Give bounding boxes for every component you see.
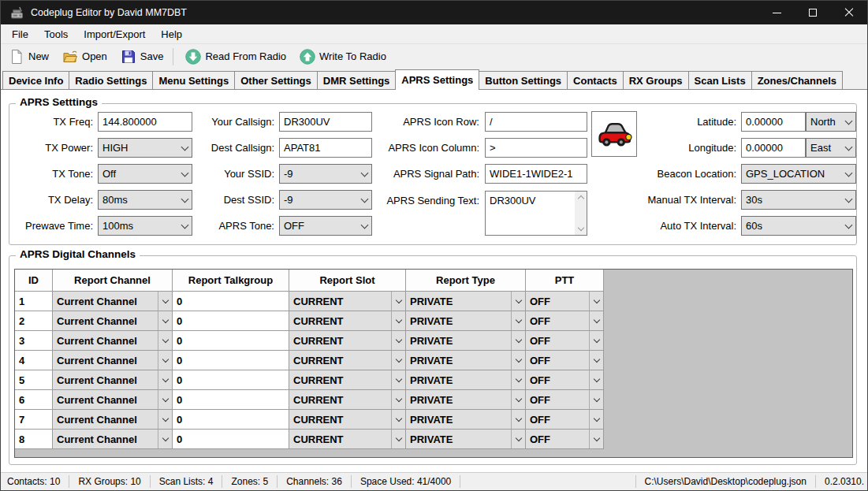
longitude-hemisphere-select[interactable]: East <box>806 138 856 158</box>
aprs-signal-path-input[interactable]: WIDE1-1WIDE2-1 <box>485 164 587 184</box>
tab-other-settings[interactable]: Other Settings <box>234 71 318 89</box>
report-channel-select[interactable]: Current Channel <box>53 410 172 429</box>
ptt-select[interactable]: OFF <box>526 410 603 429</box>
tab-aprs-settings[interactable]: APRS Settings <box>395 69 479 90</box>
aprs-digital-channels-group: APRS Digital Channels ID Report Channel … <box>9 255 857 465</box>
tab-strip: Device Info Radio Settings Menu Settings… <box>1 69 867 89</box>
chevron-down-icon <box>178 139 192 157</box>
report-type-select[interactable]: PRIVATE <box>406 331 525 350</box>
tx-tone-select[interactable]: Off <box>98 164 192 184</box>
ptt-select[interactable]: OFF <box>526 370 603 389</box>
report-channel-select[interactable]: Current Channel <box>53 430 172 448</box>
menu-tools[interactable]: Tools <box>36 24 76 43</box>
longitude-input[interactable]: 0.00000 <box>741 138 806 158</box>
tab-scan-lists[interactable]: Scan Lists <box>688 71 752 89</box>
report-talkgroup-cell[interactable]: 0 <box>173 370 289 390</box>
read-from-radio-button[interactable]: Read From Radio <box>180 46 292 67</box>
open-button[interactable]: Open <box>57 46 113 67</box>
close-button[interactable] <box>831 1 867 24</box>
beacon-location-select[interactable]: GPS_LOCATION <box>741 164 856 184</box>
aprs-icon-row-input[interactable]: / <box>485 112 587 132</box>
aprs-icon-column-input[interactable]: > <box>485 138 587 158</box>
chevron-down-icon <box>158 292 172 311</box>
tab-rx-groups[interactable]: RX Groups <box>623 71 689 89</box>
manual-tx-interval-select[interactable]: 30s <box>741 190 856 210</box>
dest-ssid-select[interactable]: -9 <box>279 190 372 210</box>
status-file-path: C:\Users\David\Desktop\codeplug.json <box>635 475 816 488</box>
tab-button-settings[interactable]: Button Settings <box>479 71 568 89</box>
report-talkgroup-cell[interactable]: 0 <box>173 410 289 430</box>
chevron-down-icon <box>178 217 192 235</box>
report-talkgroup-cell[interactable]: 0 <box>173 292 289 311</box>
chevron-down-icon <box>158 331 172 350</box>
report-type-select[interactable]: PRIVATE <box>406 311 525 330</box>
table-row: 5 Current Channel 0 CURRENT PRIVATE OFF <box>15 370 604 390</box>
dest-callsign-input[interactable]: APAT81 <box>279 138 372 158</box>
minimize-button[interactable] <box>758 1 795 24</box>
maximize-button[interactable] <box>795 1 831 24</box>
write-to-radio-button[interactable]: Write To Radio <box>294 46 392 67</box>
report-channel-select[interactable]: Current Channel <box>53 390 172 409</box>
tab-radio-settings[interactable]: Radio Settings <box>69 71 153 89</box>
your-ssid-select[interactable]: -9 <box>279 164 372 184</box>
report-slot-select[interactable]: CURRENT <box>289 410 405 429</box>
ptt-select[interactable]: OFF <box>526 331 603 350</box>
new-button[interactable]: New <box>3 46 54 67</box>
menu-import-export[interactable]: Import/Export <box>76 24 153 43</box>
aprs-tone-select[interactable]: OFF <box>279 216 372 236</box>
report-slot-select[interactable]: CURRENT <box>289 351 405 370</box>
ptt-select[interactable]: OFF <box>526 311 603 330</box>
chevron-down-icon <box>178 191 192 209</box>
report-channel-select[interactable]: Current Channel <box>53 292 172 311</box>
tab-dmr-settings[interactable]: DMR Settings <box>317 71 397 89</box>
report-slot-select[interactable]: CURRENT <box>289 292 405 311</box>
menu-help[interactable]: Help <box>153 24 190 43</box>
menu-file[interactable]: File <box>4 24 36 43</box>
report-channel-select[interactable]: Current Channel <box>53 331 172 350</box>
tab-device-info[interactable]: Device Info <box>2 71 69 89</box>
your-callsign-input[interactable]: DR300UV <box>279 112 372 132</box>
chevron-down-icon <box>511 292 525 311</box>
report-talkgroup-cell[interactable]: 0 <box>173 390 289 410</box>
report-type-select[interactable]: PRIVATE <box>406 390 525 409</box>
tx-delay-select[interactable]: 80ms <box>98 190 192 210</box>
report-talkgroup-cell[interactable]: 0 <box>173 430 289 449</box>
report-type-select[interactable]: PRIVATE <box>406 292 525 311</box>
prewave-time-select[interactable]: 100ms <box>98 216 192 236</box>
latitude-input[interactable]: 0.00000 <box>741 112 806 132</box>
ptt-select[interactable]: OFF <box>526 430 603 448</box>
menu-bar: File Tools Import/Export Help <box>1 24 867 44</box>
report-type-select[interactable]: PRIVATE <box>406 351 525 370</box>
latitude-hemisphere-select[interactable]: North <box>806 112 856 132</box>
report-slot-select[interactable]: CURRENT <box>289 390 405 409</box>
ptt-select[interactable]: OFF <box>526 292 603 311</box>
auto-tx-interval-select[interactable]: 60s <box>741 216 856 236</box>
ptt-select[interactable]: OFF <box>526 351 603 370</box>
header-report-talkgroup: Report Talkgroup <box>173 270 289 292</box>
report-talkgroup-cell[interactable]: 0 <box>173 351 289 370</box>
report-slot-select[interactable]: CURRENT <box>289 370 405 389</box>
report-talkgroup-cell[interactable]: 0 <box>173 311 289 331</box>
window-title: Codeplug Editor by David MM7DBT <box>31 7 187 18</box>
report-channel-select[interactable]: Current Channel <box>53 351 172 370</box>
report-type-select[interactable]: PRIVATE <box>406 410 525 429</box>
report-talkgroup-cell[interactable]: 0 <box>173 331 289 351</box>
tab-contacts[interactable]: Contacts <box>567 71 624 89</box>
report-slot-select[interactable]: CURRENT <box>289 331 405 350</box>
save-button[interactable]: Save <box>115 46 170 67</box>
row-id: 1 <box>15 292 53 311</box>
report-slot-select[interactable]: CURRENT <box>289 430 405 448</box>
tab-zones-channels[interactable]: Zones/Channels <box>751 71 843 89</box>
tx-power-select[interactable]: HIGH <box>98 138 192 158</box>
row-id: 4 <box>15 351 53 370</box>
report-type-select[interactable]: PRIVATE <box>406 430 525 448</box>
scrollbar[interactable] <box>575 192 587 235</box>
tx-freq-input[interactable]: 144.800000 <box>98 112 192 132</box>
report-channel-select[interactable]: Current Channel <box>53 370 172 389</box>
ptt-select[interactable]: OFF <box>526 390 603 409</box>
tab-menu-settings[interactable]: Menu Settings <box>152 71 235 89</box>
report-slot-select[interactable]: CURRENT <box>289 311 405 330</box>
aprs-sending-text-input[interactable]: DR300UV <box>485 191 587 236</box>
report-type-select[interactable]: PRIVATE <box>406 370 525 389</box>
report-channel-select[interactable]: Current Channel <box>53 311 172 330</box>
